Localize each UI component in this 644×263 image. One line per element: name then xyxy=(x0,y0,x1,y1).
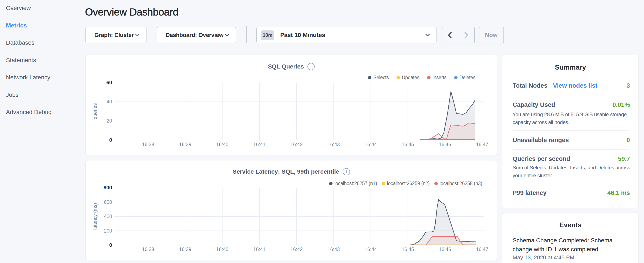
now-button[interactable]: Now xyxy=(478,27,504,43)
page-title: Overview Dashboard xyxy=(85,6,178,18)
service-latency-chart-card: Service Latency: SQL, 99th percentileilo… xyxy=(86,160,497,260)
sidebar-item-statements[interactable]: Statements xyxy=(6,57,36,64)
sidebar-item-metrics[interactable]: Metrics xyxy=(6,22,27,29)
time-range-dropdown[interactable]: 10m Past 10 Minutes xyxy=(256,27,436,43)
event-text: Schema Change Completed: Schema change w… xyxy=(512,236,630,254)
summary-divider xyxy=(512,130,629,131)
summary-divider xyxy=(512,184,629,184)
chevron-right-icon xyxy=(464,32,468,39)
y-axis-label: queries xyxy=(92,103,98,119)
x-tick-label: 16:44 xyxy=(359,142,382,147)
summary-label: Total Nodes xyxy=(512,82,548,89)
x-tick-label: 16:41 xyxy=(248,142,271,147)
x-tick-label: 16:39 xyxy=(174,247,197,252)
summary-desc: Sum of Selects, Updates, Inserts, and De… xyxy=(512,164,630,179)
chevron-down-icon xyxy=(225,34,229,36)
time-back-button[interactable] xyxy=(442,27,458,43)
summary-row-queries-per-second: Queries per second59.7 xyxy=(512,155,630,162)
time-range-label: Past 10 Minutes xyxy=(280,32,325,39)
x-tick-label: 16:46 xyxy=(433,142,457,147)
summary-divider xyxy=(512,149,629,150)
y-tick-label: 0 xyxy=(93,242,112,248)
summary-divider xyxy=(512,96,629,96)
events-panel: Events Schema Change Completed: Schema c… xyxy=(502,212,639,263)
time-forward-button[interactable] xyxy=(458,27,474,43)
summary-label: Queries per second xyxy=(512,155,570,162)
summary-panel: Summary Total NodesView nodes list3Capac… xyxy=(502,55,639,208)
chevron-left-icon xyxy=(448,32,452,39)
x-tick-label: 16:43 xyxy=(322,142,345,147)
summary-value: 0.01% xyxy=(612,101,630,108)
sidebar-item-advanced-debug[interactable]: Advanced Debug xyxy=(6,109,52,116)
sidebar-item-databases[interactable]: Databases xyxy=(6,39,34,46)
summary-value: 46.1 ms xyxy=(608,189,630,196)
x-tick-label: 16:45 xyxy=(396,247,420,252)
time-nav-arrows xyxy=(442,27,475,43)
x-tick-label: 16:38 xyxy=(136,247,160,252)
x-tick-label: 16:46 xyxy=(433,247,457,252)
summary-desc: You are using 28.6 MiB of 515.9 GiB usab… xyxy=(512,110,626,126)
x-tick-label: 16:43 xyxy=(322,247,345,252)
dashboard-dropdown-label: Dashboard: Overview xyxy=(166,32,224,39)
sidebar-item-overview[interactable]: Overview xyxy=(6,5,31,12)
sql-queries-chart-card: SQL QueriesiSelectsUpdatesInsertsDeletes… xyxy=(86,55,497,155)
graph-dropdown[interactable]: Graph: Cluster xyxy=(86,27,146,43)
summary-value: 3 xyxy=(626,82,630,89)
summary-label: P99 latency xyxy=(512,189,546,196)
event-date: May 13, 2020 at 4:45 PM xyxy=(512,254,574,261)
events-heading: Events xyxy=(502,221,638,228)
x-tick-label: 16:45 xyxy=(396,142,420,147)
x-tick-label: 16:42 xyxy=(285,142,308,147)
x-tick-label: 16:39 xyxy=(174,142,197,147)
summary-row-total-nodes: Total NodesView nodes list3 xyxy=(512,82,630,89)
summary-row-unavailable-ranges: Unavailable ranges0 xyxy=(512,136,630,144)
y-tick-label: 0 xyxy=(93,137,112,143)
x-tick-label: 16:47 xyxy=(470,142,494,147)
x-tick-label: 16:38 xyxy=(136,142,160,147)
dashboard-dropdown[interactable]: Dashboard: Overview xyxy=(157,27,236,43)
summary-heading: Summary xyxy=(502,64,638,71)
y-tick-label: 800 xyxy=(93,185,112,191)
view-nodes-link[interactable]: View nodes list xyxy=(553,82,598,89)
controls-divider xyxy=(246,26,247,43)
x-tick-label: 16:41 xyxy=(248,247,271,252)
x-tick-label: 16:40 xyxy=(211,142,234,147)
summary-value: 59.7 xyxy=(618,155,630,162)
x-tick-label: 16:42 xyxy=(285,247,308,252)
now-button-label: Now xyxy=(485,32,498,39)
y-tick-label: 60 xyxy=(93,80,112,86)
time-range-badge: 10m xyxy=(261,31,274,40)
summary-label: Capacity Used xyxy=(512,101,555,108)
chevron-down-icon xyxy=(425,34,430,37)
graph-dropdown-label: Graph: Cluster xyxy=(94,32,134,39)
summary-row-capacity-used: Capacity Used0.01% xyxy=(512,101,630,108)
sidebar-item-jobs[interactable]: Jobs xyxy=(6,91,18,99)
summary-value: 0 xyxy=(626,137,630,144)
x-tick-label: 16:44 xyxy=(359,247,382,252)
x-tick-label: 16:40 xyxy=(211,247,234,252)
x-tick-label: 16:47 xyxy=(470,247,494,252)
sidebar-item-network-latency[interactable]: Network Latency xyxy=(6,74,50,81)
summary-row-p99-latency: P99 latency46.1 ms xyxy=(512,189,630,196)
chevron-down-icon xyxy=(135,34,140,36)
summary-label: Unavailable ranges xyxy=(512,137,569,144)
y-axis-label: latency (ms) xyxy=(92,203,98,229)
